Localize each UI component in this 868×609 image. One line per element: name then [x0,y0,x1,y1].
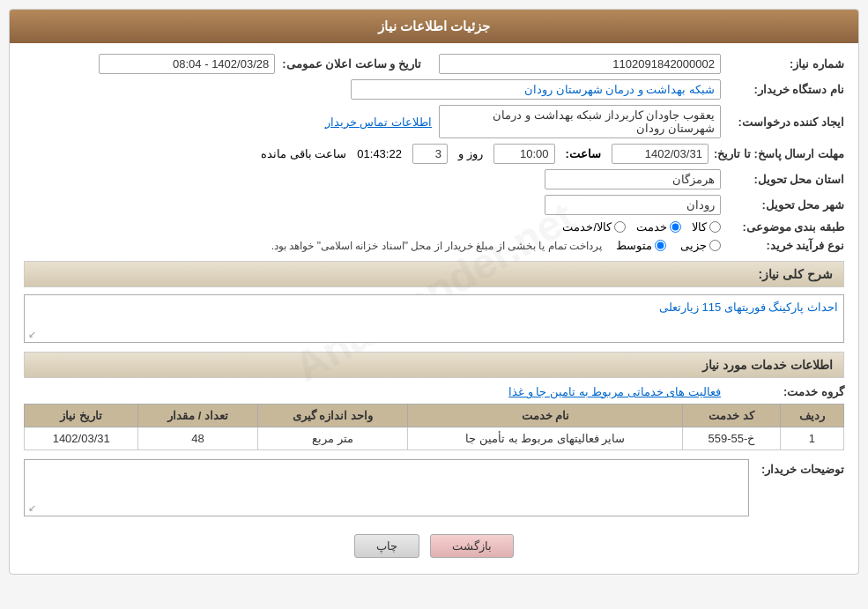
cell-code: خ-55-559 [683,427,780,450]
category-radio-khadmat[interactable] [670,221,681,233]
deadline-remaining-label: ساعت باقی مانده [261,147,346,160]
col-header-name: نام خدمت [408,405,683,427]
service-group-row: گروه خدمت: فعالیت های خدماتی مربوط به تا… [24,385,844,398]
need-number-row: شماره نیاز: 1102091842000002 تاریخ و ساع… [24,54,844,74]
service-group-value[interactable]: فعالیت های خدماتی مربوط به تامین جا و غذ… [508,385,721,398]
card-header: جزئیات اطلاعات نیاز [10,10,858,43]
category-radio-kala-khadmat[interactable] [614,221,626,233]
buyer-notes-section: توضیحات خریدار: [24,459,844,516]
purchase-note: پرداخت تمام یا بخشی از مبلغ خریدار از مح… [271,240,602,252]
buyer-notes-box[interactable] [24,459,749,516]
deadline-time-label: ساعت: [566,147,601,160]
buyer-value: شبکه بهداشت و درمان شهرستان رودان [351,79,721,100]
buyer-notes-label: توضیحات خریدار: [756,459,844,476]
service-table: ردیف کد خدمت نام خدمت واحد اندازه گیری ت… [24,404,844,450]
deadline-days-label: روز و [458,147,483,160]
category-khadmat-label: خدمت [636,220,667,234]
table-row: 1 خ-55-559 سایر فعالیتهای مربوط به تأمین… [25,427,844,450]
col-header-date: تاریخ نیاز [25,405,138,427]
purchase-radio-mote[interactable] [655,240,666,251]
city-value: رودان [545,195,721,215]
city-label: شهر محل تحویل: [721,198,844,212]
table-header-row: ردیف کد خدمت نام خدمت واحد اندازه گیری ت… [25,405,844,427]
need-desc-value: احداث پارکینگ فوریتهای 115 زیارتعلی [659,301,838,314]
category-row: طبقه بندی موضوعی: کالا خدمت کالا/خدمت [24,220,844,234]
print-button[interactable]: چاپ [354,534,419,558]
cell-qty: 48 [138,427,257,450]
announce-label: تاریخ و ساعت اعلان عمومی: [282,57,421,71]
creator-contact-link[interactable]: اطلاعات تماس خریدار [325,115,432,129]
creator-row: ایجاد کننده درخواست: یعقوب جاودان کاربرد… [24,105,844,138]
col-header-qty: تعداد / مقدار [138,405,257,427]
deadline-time: 10:00 [493,144,555,164]
service-info-header: اطلاعات خدمات مورد نیاز [24,352,844,378]
deadline-days: 3 [412,144,448,164]
category-kala-khadmat-label: کالا/خدمت [562,220,612,234]
category-radio-kala[interactable] [709,221,721,233]
col-header-row: ردیف [780,405,843,427]
province-label: استان محل تحویل: [721,173,844,186]
service-info-label: اطلاعات خدمات مورد نیاز [702,358,833,372]
back-button[interactable]: بازگشت [430,534,514,558]
col-header-unit: واحد اندازه گیری [257,405,408,427]
need-number-value: 1102091842000002 [439,54,721,74]
category-label: طبقه بندی موضوعی: [721,220,844,234]
purchase-jozi-label: جزیی [680,239,707,252]
need-number-label: شماره نیاز: [721,57,844,71]
main-card: AnaaTender.net جزئیات اطلاعات نیاز شماره… [9,9,859,575]
purchase-type-label: نوع فرآیند خرید: [721,239,844,252]
city-row: شهر محل تحویل: رودان [24,195,844,215]
category-option-kala-khadmat: کالا/خدمت [562,220,626,234]
creator-value: یعقوب جاودان کاربرداز شبکه بهداشت و درما… [439,105,721,138]
col-header-code: کد خدمت [683,405,780,427]
category-option-kala: کالا [692,220,721,234]
deadline-date: 1402/03/31 [612,144,708,164]
need-desc-label: شرح کلی نیاز: [759,267,833,281]
cell-unit: متر مربع [257,427,408,450]
deadline-row: مهلت ارسال پاسخ: تا تاریخ: 1402/03/31 سا… [24,144,844,164]
announce-value: 1402/03/28 - 08:04 [99,54,275,74]
service-section: گروه خدمت: فعالیت های خدماتی مربوط به تا… [24,385,844,450]
category-kala-label: کالا [692,220,707,234]
page-title: جزئیات اطلاعات نیاز [378,19,490,33]
creator-label: ایجاد کننده درخواست: [721,115,844,129]
deadline-label: مهلت ارسال پاسخ: تا تاریخ: [714,147,844,160]
purchase-type-row: نوع فرآیند خرید: جزیی متوسط پرداخت تمام … [24,239,844,252]
purchase-options: جزیی متوسط پرداخت تمام یا بخشی از مبلغ خ… [24,239,721,252]
button-row: بازگشت چاپ [24,525,844,563]
cell-row: 1 [780,427,843,450]
purchase-option-jozi: جزیی [680,239,721,252]
buyer-label: نام دستگاه خریدار: [721,83,844,96]
category-radio-group: کالا خدمت کالا/خدمت [562,220,721,234]
purchase-mote-label: متوسط [616,239,652,252]
card-body: شماره نیاز: 1102091842000002 تاریخ و ساع… [10,43,858,574]
cell-date: 1402/03/31 [25,427,138,450]
category-option-khadmat: خدمت [636,220,681,234]
deadline-remaining-time: 01:43:22 [357,147,402,160]
service-group-label: گروه خدمت: [721,385,844,398]
cell-name: سایر فعالیتهای مربوط به تأمین جا [408,427,683,450]
buyer-row: نام دستگاه خریدار: شبکه بهداشت و درمان ش… [24,79,844,100]
purchase-radio-jozi[interactable] [709,240,721,251]
purchase-option-mote: متوسط [616,239,666,252]
province-value: هرمزگان [545,169,721,189]
province-row: استان محل تحویل: هرمزگان [24,169,844,189]
need-desc-section-header: شرح کلی نیاز: [24,261,844,287]
need-desc-box: احداث پارکینگ فوریتهای 115 زیارتعلی [24,294,844,343]
